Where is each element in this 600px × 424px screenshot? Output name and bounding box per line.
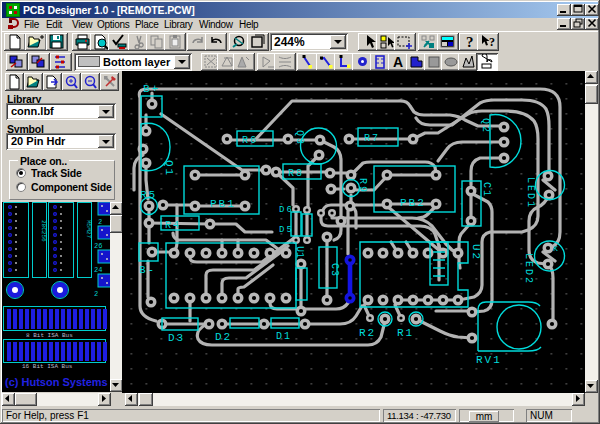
- svg-text:Q1: Q1: [163, 160, 175, 177]
- svg-text:RV1: RV1: [476, 354, 502, 366]
- svg-text:D5: D5: [279, 225, 294, 235]
- svg-text:PB1: PB1: [210, 198, 236, 210]
- svg-text:A: A: [393, 54, 403, 70]
- svg-text:16 Bit ISA Bus: 16 Bit ISA Bus: [22, 363, 73, 370]
- svg-text:R9: R9: [357, 178, 368, 194]
- svg-text:U2: U2: [470, 244, 482, 261]
- svg-text:C1: C1: [481, 182, 492, 198]
- svg-text:2: 2: [94, 290, 98, 298]
- svg-text:(c) Hutson Systems: (c) Hutson Systems: [5, 376, 108, 388]
- svg-text:2: 2: [98, 218, 102, 226]
- svg-text:LED2: LED2: [523, 253, 534, 285]
- svg-text:U1: U1: [294, 246, 305, 258]
- svg-text:?: ?: [489, 35, 495, 49]
- svg-text:R6: R6: [242, 135, 258, 146]
- svg-text:D3: D3: [168, 332, 185, 344]
- svg-text:C3: C3: [329, 263, 340, 277]
- svg-text:R1: R1: [397, 327, 414, 339]
- svg-text:D1: D1: [276, 331, 292, 342]
- svg-text:B+: B+: [143, 83, 160, 95]
- svg-text:LED1: LED1: [525, 177, 536, 209]
- svg-text:Q3: Q3: [294, 130, 305, 146]
- svg-text:B-: B-: [139, 264, 156, 276]
- svg-text:28C256: 28C256: [40, 220, 47, 242]
- svg-text:R2: R2: [359, 327, 376, 339]
- svg-text:8 Bit ISA Bus: 8 Bit ISA Bus: [26, 332, 73, 339]
- svg-text:R4: R4: [165, 220, 181, 231]
- svg-text:Q2: Q2: [480, 118, 491, 134]
- svg-text:?: ?: [466, 34, 474, 50]
- svg-text:D6: D6: [279, 205, 294, 215]
- svg-text:24: 24: [94, 266, 102, 274]
- svg-text:K: K: [553, 244, 560, 253]
- svg-text:26: 26: [94, 242, 102, 250]
- svg-text:PB2: PB2: [400, 197, 426, 209]
- svg-text:R5: R5: [140, 189, 157, 201]
- svg-text:R7: R7: [364, 133, 380, 144]
- svg-text:M5M27: M5M27: [85, 220, 92, 238]
- svg-text:D2: D2: [215, 331, 232, 343]
- svg-text:R8: R8: [288, 168, 304, 179]
